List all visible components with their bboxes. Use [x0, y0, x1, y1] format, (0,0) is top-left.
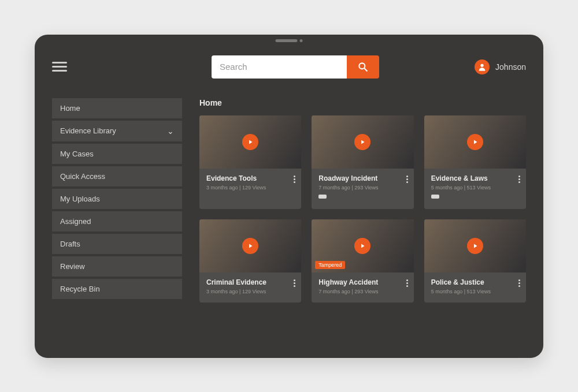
more-icon[interactable]: [292, 278, 297, 288]
card-title: Police & Justice: [431, 278, 519, 286]
video-grid: Evidence Tools3 months ago | 129 ViewsRo…: [199, 115, 526, 303]
play-icon: [467, 238, 483, 254]
play-icon: [354, 134, 370, 150]
sidebar-item-label: My Uploads: [60, 195, 100, 203]
menu-icon[interactable]: [52, 62, 67, 72]
user-chip[interactable]: Johnson: [475, 59, 526, 74]
card-age: 3 months ago: [206, 185, 238, 191]
user-name: Johnson: [495, 62, 526, 72]
card-title: Evidence Tools: [206, 174, 294, 182]
card-views: 513 Views: [467, 289, 491, 294]
card-meta: 5 months ago | 513 Views: [431, 185, 519, 191]
card-views: 513 Views: [467, 185, 491, 191]
card-meta: 7 months ago | 293 Views: [318, 185, 406, 191]
more-icon[interactable]: [405, 174, 409, 184]
svg-point-0: [359, 63, 365, 69]
svg-line-1: [365, 68, 368, 71]
card-title: Roadway Incident: [318, 174, 406, 182]
play-icon: [467, 134, 483, 150]
video-card[interactable]: Police & Justice5 months ago | 513 Views: [424, 219, 526, 303]
card-title: Evidence & Laws: [431, 174, 519, 182]
video-card[interactable]: Criminal Evidence3 months ago | 129 View…: [199, 219, 301, 303]
card-views: 129 Views: [242, 185, 266, 191]
card-meta: 5 months ago | 513 Views: [431, 289, 519, 294]
card-meta: 3 months ago | 129 Views: [206, 289, 294, 294]
content-area: HomeEvidence Library⌄My CasesQuick Acces…: [52, 98, 526, 346]
video-card[interactable]: Roadway Incident7 months ago | 293 Views: [312, 115, 413, 209]
search-input[interactable]: [212, 55, 347, 79]
card-body: Roadway Incident7 months ago | 293 Views: [312, 169, 413, 209]
more-icon[interactable]: [405, 278, 409, 288]
video-card[interactable]: Evidence Tools3 months ago | 129 Views: [199, 115, 301, 209]
sidebar-item-label: Quick Access: [60, 172, 105, 181]
video-thumbnail[interactable]: Tampered: [312, 219, 413, 272]
more-icon[interactable]: [292, 174, 297, 184]
card-meta: 7 months ago | 293 Views: [318, 289, 406, 294]
card-age: 7 months ago: [318, 185, 350, 191]
sidebar-item-my-cases[interactable]: My Cases: [52, 144, 182, 164]
sidebar-item-drafts[interactable]: Drafts: [52, 234, 182, 254]
card-views: 293 Views: [354, 289, 378, 294]
chevron-down-icon: ⌄: [167, 126, 174, 136]
video-card[interactable]: TamperedHighway Accident7 months ago | 2…: [312, 219, 413, 303]
more-icon[interactable]: [517, 278, 521, 288]
user-icon: [477, 62, 487, 72]
badge-pill: [318, 195, 327, 199]
sidebar-item-label: My Cases: [60, 150, 94, 158]
sidebar-item-label: Review: [60, 262, 85, 271]
card-views: 293 Views: [354, 185, 378, 191]
play-icon: [242, 134, 258, 150]
card-age: 5 months ago: [431, 289, 463, 294]
search-button[interactable]: [347, 55, 379, 79]
video-thumbnail[interactable]: [199, 219, 301, 272]
avatar: [475, 59, 490, 74]
card-body: Police & Justice5 months ago | 513 Views: [424, 272, 526, 303]
search-icon: [357, 61, 369, 73]
sidebar-item-label: Assigned: [60, 217, 91, 226]
svg-point-2: [480, 64, 483, 66]
status-badge: Tampered: [315, 261, 345, 269]
sidebar-item-label: Recycle Bin: [60, 285, 100, 293]
top-bar: Johnson: [35, 53, 543, 81]
sidebar-item-my-uploads[interactable]: My Uploads: [52, 189, 182, 209]
badge-pill: [431, 195, 439, 199]
card-body: Evidence Tools3 months ago | 129 Views: [199, 169, 301, 199]
sidebar-item-label: Home: [60, 104, 80, 113]
sidebar-item-quick-access[interactable]: Quick Access: [52, 166, 182, 186]
sidebar-item-home[interactable]: Home: [52, 98, 182, 118]
sidebar-item-label: Drafts: [60, 240, 80, 248]
search-box: [212, 55, 379, 79]
sidebar-item-assigned[interactable]: Assigned: [52, 211, 182, 232]
card-meta: 3 months ago | 129 Views: [206, 185, 294, 191]
video-thumbnail[interactable]: [312, 115, 413, 169]
card-body: Highway Accident7 months ago | 293 Views: [312, 272, 413, 303]
card-title: Highway Accident: [318, 278, 406, 286]
card-age: 7 months ago: [318, 289, 350, 294]
card-views: 129 Views: [242, 289, 266, 294]
sidebar-item-evidence-library[interactable]: Evidence Library⌄: [52, 121, 182, 141]
sidebar: HomeEvidence Library⌄My CasesQuick Acces…: [52, 98, 182, 346]
card-body: Criminal Evidence3 months ago | 129 View…: [199, 272, 301, 303]
card-age: 5 months ago: [431, 185, 463, 191]
more-icon[interactable]: [517, 174, 521, 184]
video-card[interactable]: Evidence & Laws5 months ago | 513 Views: [424, 115, 526, 209]
play-icon: [242, 238, 258, 254]
sidebar-item-review[interactable]: Review: [52, 256, 182, 277]
card-age: 3 months ago: [206, 289, 238, 294]
app-frame: Johnson HomeEvidence Library⌄My CasesQui…: [35, 35, 543, 358]
play-icon: [354, 238, 370, 254]
sidebar-item-recycle-bin[interactable]: Recycle Bin: [52, 279, 182, 299]
sidebar-item-label: Evidence Library: [60, 126, 116, 135]
card-title: Criminal Evidence: [206, 278, 294, 286]
video-thumbnail[interactable]: [424, 115, 526, 169]
video-thumbnail[interactable]: [424, 219, 526, 272]
device-speaker: [276, 39, 303, 42]
page-title: Home: [199, 98, 526, 107]
video-thumbnail[interactable]: [199, 115, 301, 169]
card-body: Evidence & Laws5 months ago | 513 Views: [424, 169, 526, 209]
main-panel: Home Evidence Tools3 months ago | 129 Vi…: [199, 98, 526, 346]
